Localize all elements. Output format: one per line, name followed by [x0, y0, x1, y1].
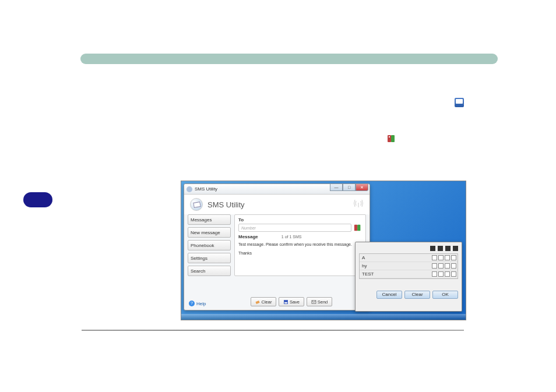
message-counter: 1 of 1 SMS — [281, 235, 302, 239]
clear-button[interactable]: Clear — [251, 297, 276, 306]
note-badge — [23, 192, 52, 207]
svg-rect-4 — [357, 225, 360, 231]
compose-panel: To Number Message 1 of 1 SMS Test mes — [234, 214, 366, 276]
sidebar-item-label: Search — [191, 269, 205, 274]
sim-icon — [430, 246, 435, 251]
sidebar-item-messages[interactable]: Messages — [188, 214, 231, 225]
checkbox[interactable] — [432, 255, 437, 260]
sidebar: Messages New message Phonebook Settings … — [188, 214, 231, 276]
home-icon — [445, 246, 451, 251]
checkbox[interactable] — [445, 271, 450, 277]
save-icon — [438, 246, 443, 251]
close-button[interactable]: ✕ — [356, 184, 368, 191]
checkbox[interactable] — [432, 263, 437, 269]
phonebook-icon — [387, 134, 396, 143]
sidebar-item-label: New message — [191, 230, 220, 235]
send-icon — [311, 299, 316, 305]
checkbox[interactable] — [445, 263, 450, 269]
phonebook-popup: A hy TEST — [355, 242, 462, 312]
svg-rect-7 — [284, 302, 287, 303]
svg-rect-3 — [354, 225, 357, 231]
window-title: SMS Utility — [195, 186, 217, 192]
sidebar-item-label: Messages — [191, 217, 212, 223]
taskbar — [181, 314, 466, 320]
minimize-button[interactable]: — — [330, 184, 343, 191]
phonebook-list: A hy TEST — [359, 253, 458, 279]
svg-rect-1 — [391, 135, 395, 142]
save-icon — [283, 299, 288, 305]
phonebook-row[interactable]: hy — [360, 262, 458, 270]
svg-rect-5 — [255, 301, 259, 304]
maximize-button[interactable]: □ — [343, 184, 356, 191]
window-titlebar: SMS Utility — □ ✕ — [184, 184, 370, 195]
open-phonebook-button[interactable] — [354, 224, 362, 232]
phonebook-row[interactable]: TEST — [360, 270, 458, 278]
message-textarea[interactable]: Test message. Please confirm when you re… — [238, 242, 362, 273]
help-icon: ? — [189, 301, 195, 306]
checkbox[interactable] — [438, 263, 444, 269]
sidebar-item-phonebook[interactable]: Phonebook — [188, 240, 231, 250]
app-logo-icon — [190, 198, 203, 211]
cancel-button[interactable]: Cancel — [376, 291, 402, 299]
section-divider-bar — [80, 54, 498, 64]
phonebook-row[interactable]: A — [360, 254, 458, 262]
checkbox[interactable] — [438, 271, 444, 277]
sim-card-icon — [455, 98, 464, 107]
device-icon — [453, 246, 458, 251]
checkbox[interactable] — [432, 271, 437, 277]
clear-button[interactable]: Clear — [404, 291, 430, 299]
checkbox[interactable] — [451, 263, 456, 269]
horizontal-rule — [82, 330, 464, 331]
to-label: To — [238, 217, 362, 223]
sidebar-item-search[interactable]: Search — [188, 266, 231, 276]
app-title: SMS Utility — [207, 200, 245, 209]
svg-rect-2 — [389, 136, 390, 137]
message-label: Message — [238, 234, 258, 239]
send-button[interactable]: Send — [307, 297, 332, 306]
sidebar-item-label: Phonebook — [191, 243, 214, 248]
window-icon — [186, 186, 192, 192]
help-link[interactable]: ? Help — [189, 301, 206, 306]
app-header: SMS Utility — [184, 195, 370, 214]
checkbox[interactable] — [438, 255, 444, 260]
svg-rect-0 — [388, 135, 391, 142]
to-input[interactable]: Number — [238, 224, 351, 232]
sidebar-item-label: Settings — [191, 256, 207, 261]
checkbox[interactable] — [451, 255, 456, 260]
checkbox[interactable] — [445, 255, 450, 260]
sidebar-item-new-message[interactable]: New message — [188, 227, 231, 238]
sidebar-item-settings[interactable]: Settings — [188, 253, 231, 263]
desktop-screenshot: SMS Utility — □ ✕ SMS Utility — [181, 181, 466, 320]
save-button[interactable]: Save — [279, 297, 304, 306]
eraser-icon — [255, 299, 261, 305]
sms-utility-window: SMS Utility — □ ✕ SMS Utility — [184, 183, 370, 310]
checkbox[interactable] — [451, 271, 456, 277]
antenna-icon — [353, 199, 364, 210]
ok-button[interactable]: OK — [432, 291, 458, 299]
phonebook-header-icons — [359, 246, 458, 251]
help-label: Help — [196, 301, 206, 306]
